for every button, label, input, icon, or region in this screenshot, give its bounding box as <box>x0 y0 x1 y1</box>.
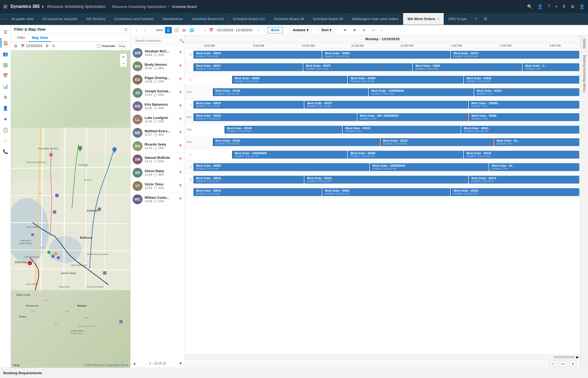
work-order-block[interactable]: Work Order - 00083 Duration: 3 hrs 5 min <box>194 163 369 171</box>
page-up-icon[interactable]: ▲ <box>133 361 136 366</box>
resource-item-r12[interactable]: WC William Conto... 14:08 🕐 44% 📍 <box>130 193 185 206</box>
work-order-block[interactable]: Work Order - 00199 Duration: 3 hrs 20 mi… <box>213 88 368 96</box>
divider-button[interactable]: — <box>559 361 567 367</box>
expand-button[interactable]: ⤢ <box>370 27 377 33</box>
work-order-block[interactable]: Work Order - WO -1000000053 Duration: 2 … <box>357 113 469 121</box>
tab-schedule-9[interactable]: Schedule Board #9 <box>309 13 348 25</box>
work-order-block[interactable]: Work Order - 1000000040 Duration: 2 hrs … <box>369 88 474 96</box>
sort-button[interactable]: Sort ▾ <box>318 27 334 33</box>
work-order-block[interactable]: Work Order - 00206 Duration: 2 hrs 30 mi… <box>348 151 463 159</box>
contact-icon[interactable]: 👤 <box>537 4 543 9</box>
work-order-block[interactable]: Work Order - 00009 Duration: 2 hrs 33 mi… <box>348 76 463 84</box>
work-order-block[interactable]: Work Order - 00... Duration: 2 hrs <box>494 138 579 146</box>
tab-schedule-12[interactable]: Schedule Board #12 <box>228 13 269 25</box>
map-grid-icon[interactable]: ⊞ <box>14 44 17 48</box>
actions-button[interactable]: Actions ▾ <box>290 27 312 33</box>
sidebar-clipboard-icon[interactable]: 📋 <box>1 125 10 135</box>
refresh-button[interactable]: ↻ <box>360 27 368 33</box>
work-order-block[interactable]: Work Order - 0... Duration: 2 hrs <box>523 63 579 71</box>
resource-item-r2[interactable]: BH Brady Hannon 16:36 🕐 46% 📍 <box>130 60 185 73</box>
work-order-block[interactable]: Work Order - 100000... Duration: 2 hrs <box>469 101 579 109</box>
work-order-block[interactable]: Work Order - 00... Duration: 2 hrs <box>489 163 579 171</box>
tab-settings-button[interactable]: ⚙ <box>481 13 490 25</box>
work-order-block[interactable]: Work Order - 00035 Duration: 2 hrs 6 min <box>194 176 304 184</box>
details-panel-label[interactable]: Details <box>582 35 586 52</box>
tab-schedule-8[interactable]: Schedule Board #8 <box>269 13 309 25</box>
map-collapse-icon[interactable]: ◁ <box>124 27 127 32</box>
work-order-block[interactable]: Work Order - 00027 Duration: 2 hrs 35 mi… <box>194 63 303 71</box>
tab-nav-more[interactable]: › <box>4 13 7 25</box>
tab-close-icon[interactable]: ✕ <box>437 17 439 20</box>
sidebar-home-icon[interactable]: 🏠 <box>1 38 10 48</box>
work-order-block[interactable]: Work Order - 00101 Duration: 3 hrs 11 mi… <box>304 176 468 184</box>
work-order-block[interactable]: Work Order - 00194 Duration: 3 hrs 20 mi… <box>213 138 380 146</box>
sidebar-download-icon[interactable]: ↓ <box>1 136 10 146</box>
date-next-button[interactable]: › <box>256 27 261 33</box>
sidebar-chart-icon[interactable]: 📊 <box>1 81 10 91</box>
work-order-block[interactable]: Work Order - 00220 Duration: 2 hrs 55 mi… <box>194 113 357 121</box>
sidebar-calendar-icon[interactable]: 📅 <box>1 71 10 80</box>
work-order-block[interactable]: Work Order - 00167 Duration: 2 hrs 20 mi… <box>381 138 494 146</box>
zoom-in-schedule-button[interactable]: + <box>570 361 577 367</box>
add-icon[interactable]: + <box>555 4 558 9</box>
scroll-right-button[interactable]: ▶ <box>576 355 579 359</box>
tab-maintenance[interactable]: Maintenance <box>158 13 187 25</box>
tab-add-button[interactable]: + <box>471 13 481 25</box>
tab-wa-state[interactable]: Washington state work orders <box>347 13 403 25</box>
nav-prev-button[interactable]: ‹ <box>134 27 139 33</box>
tab-sro-scope[interactable]: SRO Scope <box>444 13 472 25</box>
grayscale-checkbox[interactable] <box>97 44 101 48</box>
zoom-out-schedule-button[interactable]: − <box>549 361 556 367</box>
work-order-block[interactable]: Work Order - 00029 Duration: 2 hrs 33 mi… <box>464 76 579 84</box>
sidebar-menu-icon[interactable]: ☰ <box>1 27 10 37</box>
tab-all-public[interactable]: All public view <box>7 13 38 25</box>
scrollbar-thumb[interactable] <box>553 356 575 358</box>
resource-item-r3[interactable]: ED Edgar Doming... 14:09 🕐 43% 📍 <box>130 73 185 86</box>
work-order-block[interactable]: Work Order - 00224 Duration: 2 hrs <box>474 88 579 96</box>
create-booking-label[interactable]: Create Resource Booking <box>582 52 586 96</box>
work-order-block[interactable]: Work Order - 00005 Duration: 2 hrs 40 mi… <box>232 76 347 84</box>
list-view-icon[interactable]: ☰ <box>165 27 172 33</box>
resource-item-r11[interactable]: VT Victor Timm 13:53 🕐 43% 📍 <box>130 179 185 193</box>
work-order-block[interactable]: Work Order - 00081 Duration: 2 hrs 30 mi… <box>322 188 451 196</box>
sidebar-phone-icon[interactable]: 📞 <box>1 147 10 156</box>
resource-item-r6[interactable]: LL Luke Lundgren 12:49 🕐 32% 📍 <box>130 113 185 126</box>
resource-item-r8[interactable]: RS Ricardo Seely 14:10 🕐 44% 📍 <box>130 140 185 153</box>
resource-item-r4[interactable]: JG Joseph Gonsal... 13:43 🕐 43% 📍 <box>130 86 185 100</box>
work-order-block[interactable]: Work Order - 00168 Duration: 2 hrs 29 mi… <box>225 126 343 134</box>
nav-more-button[interactable]: ⋮ <box>141 27 149 33</box>
work-order-block[interactable]: Work Order - 1000000044 Duration: 2 hrs … <box>370 163 489 171</box>
resource-item-r9[interactable]: SM Samuel McBride 14:21 🕐 45% 📍 <box>130 153 185 166</box>
work-order-block[interactable]: Work Order - 00025 Duration: 2 hrs 13 mi… <box>194 101 304 109</box>
page-down-icon[interactable]: ▼ <box>179 361 182 366</box>
tab-schedule-10[interactable]: Schedule Board #10 <box>188 13 229 25</box>
work-order-block[interactable]: Work Order - 00012 Duration: 2 hrs 15 m <box>469 176 579 184</box>
work-order-block[interactable]: Work Order - 00003 Duration: 2 hrs 30 mi… <box>194 188 322 196</box>
horizontal-scrollbar[interactable]: ▶ <box>185 355 580 359</box>
waffle-icon[interactable]: ⊞ <box>3 4 7 10</box>
search-icon[interactable]: 🔍 <box>527 4 533 9</box>
eye-button[interactable]: 👁 <box>341 27 349 33</box>
sidebar-settings-icon[interactable]: ⚙ <box>1 92 10 102</box>
globe-view-icon[interactable]: 🌐 <box>188 27 196 33</box>
resource-item-r5[interactable]: KN Kris Nakamura 13:56 🕐 44% 📍 <box>130 100 185 113</box>
date-picker-icon[interactable]: 📅 <box>209 28 213 32</box>
work-order-block[interactable]: Work Order - 00216 Duration: 2 hrs 30 mi… <box>464 151 579 159</box>
map-settings-icon[interactable]: ⚙ <box>45 44 49 48</box>
zoom-out-button[interactable]: − <box>120 60 127 67</box>
sidebar-contacts-icon[interactable]: 👥 <box>1 49 10 59</box>
tab-wa-work-orders[interactable]: WA Work Orders ✕ <box>403 13 444 25</box>
tab-contractors[interactable]: Contractors and Partners <box>110 13 158 25</box>
sidebar-star-icon[interactable]: ★ <box>1 114 10 124</box>
work-order-block[interactable]: Work Order - 1000000000 Duration: 2 hrs … <box>232 151 347 159</box>
work-order-block[interactable]: Work Order - 00041 Duration: 2 hrs 30 mi… <box>461 126 579 134</box>
nav-next-button[interactable]: › <box>379 27 384 33</box>
work-order-block[interactable]: Work Order - 00084 Duration: 2 hrs 2 min <box>413 63 522 71</box>
resource-search-icon[interactable]: 🔍 <box>179 39 184 43</box>
map-refresh-icon[interactable]: ↻ <box>52 44 55 48</box>
terms-link[interactable]: Terms <box>121 364 128 367</box>
map-area[interactable]: Mountlake Terrace Richmond Highlands Ken… <box>11 50 130 368</box>
resource-item-r7[interactable]: ME Matthew Evers... 12:57 🕐 40% 📍 <box>130 126 185 140</box>
breadcrumb-parent[interactable]: Resource Scheduling Optimization <box>112 5 166 9</box>
work-order-block[interactable]: Work Order - 00075 Duration: 2 hrs 4 min <box>303 63 413 71</box>
